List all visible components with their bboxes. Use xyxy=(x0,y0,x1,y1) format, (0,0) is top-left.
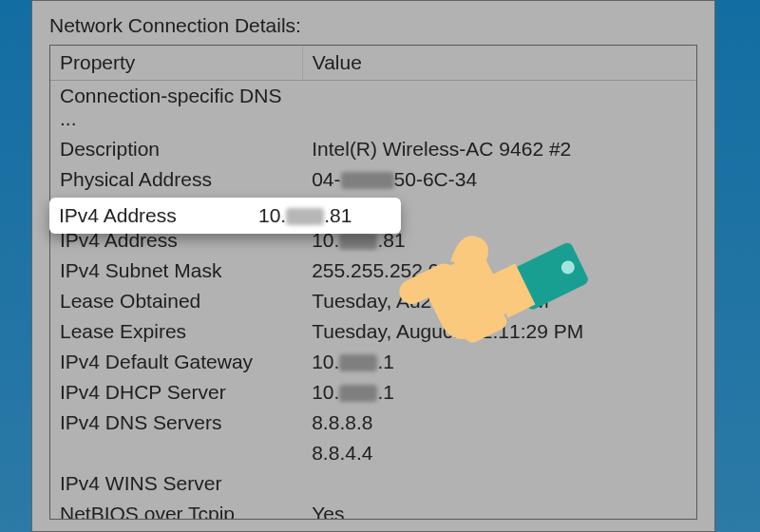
redacted xyxy=(339,354,377,371)
property-label xyxy=(50,438,302,468)
property-label: Lease Expires xyxy=(50,316,302,347)
property-value: Yes xyxy=(302,499,696,520)
table-row[interactable]: Description Intel(R) Wireless-AC 9462 #2 xyxy=(50,134,696,164)
table-row[interactable]: Connection-specific DNS ... xyxy=(50,81,696,135)
table-row[interactable]: NetBIOS over Tcpip Enabl... Yes xyxy=(50,499,696,520)
table-row[interactable]: IPv4 Default Gateway 10..1 xyxy=(50,347,696,377)
property-label: Description xyxy=(50,134,302,164)
property-label: IPv4 DNS Servers xyxy=(50,408,302,438)
property-value: Tuesday, Au20 8:11:29 AM xyxy=(302,286,696,316)
table-row[interactable]: Physical Address 04-50-6C-34 xyxy=(50,164,696,195)
property-value: Intel(R) Wireless-AC 9462 #2 xyxy=(302,134,696,164)
property-value xyxy=(302,468,696,499)
redacted xyxy=(286,208,324,225)
highlight-ipv4-row: IPv4 Address 10..81 xyxy=(49,198,401,234)
table-row[interactable]: 8.8.4.4 xyxy=(50,438,696,468)
property-value: 10..1 xyxy=(302,377,696,408)
details-table: Property Value Connection-specific DNS .… xyxy=(49,45,697,520)
property-value: 04-50-6C-34 xyxy=(302,164,696,195)
dialog-heading: Network Connection Details: xyxy=(49,14,697,37)
redacted xyxy=(339,385,377,402)
table-row[interactable]: IPv4 WINS Server xyxy=(50,468,696,499)
table-row[interactable]: IPv4 DHCP Server 10..1 xyxy=(50,377,696,408)
property-label: Physical Address xyxy=(50,164,302,195)
property-value: 255.255.252.0 xyxy=(302,256,696,286)
table-row[interactable]: Lease Expires Tuesday, Augu020 2:11:29 P… xyxy=(50,316,696,347)
redacted xyxy=(341,172,394,189)
property-label: Lease Obtained xyxy=(50,286,302,316)
table-row[interactable]: IPv4 DNS Servers 8.8.8.8 xyxy=(50,408,696,438)
property-value: Tuesday, Augu020 2:11:29 PM xyxy=(302,316,696,347)
property-value: 10..1 xyxy=(302,347,696,377)
property-label: Connection-specific DNS ... xyxy=(50,81,302,135)
table-row[interactable]: IPv4 Subnet Mask 255.255.252.0 xyxy=(50,256,696,286)
property-label: IPv4 Subnet Mask xyxy=(50,256,302,286)
highlight-value: 10..81 xyxy=(258,204,352,227)
header-property[interactable]: Property xyxy=(50,46,302,81)
table-row[interactable]: Lease Obtained Tuesday, Au20 8:11:29 AM xyxy=(50,286,696,316)
property-value: 8.8.4.4 xyxy=(302,438,696,468)
property-value xyxy=(302,81,696,135)
property-label: IPv4 Default Gateway xyxy=(50,347,302,377)
highlight-property: IPv4 Address xyxy=(59,204,258,227)
property-value: 8.8.8.8 xyxy=(302,408,696,438)
property-label: IPv4 WINS Server xyxy=(50,468,302,499)
redacted xyxy=(339,233,377,250)
property-label: NetBIOS over Tcpip Enabl... xyxy=(50,499,302,520)
header-value[interactable]: Value xyxy=(302,46,696,81)
network-details-dialog: Network Connection Details: Property Val… xyxy=(31,0,715,532)
property-label: IPv4 DHCP Server xyxy=(50,377,302,408)
